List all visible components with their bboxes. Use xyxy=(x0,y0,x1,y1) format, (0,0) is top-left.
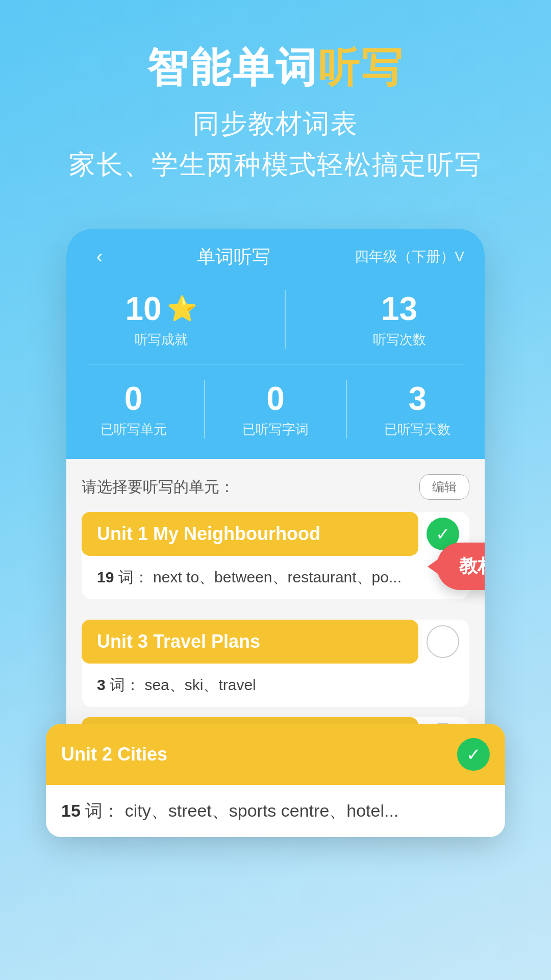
unit2-header: Unit 2 Cities ✓ xyxy=(46,724,505,785)
unit1-word-count: 19 xyxy=(97,569,114,585)
unit-item-1[interactable]: 教材同步词表 Unit 1 My Neighbourhood ✓ 19 词： n… xyxy=(82,512,469,599)
unit3-check-empty[interactable] xyxy=(427,625,459,658)
unit1-header-row: Unit 1 My Neighbourhood ✓ xyxy=(82,512,469,556)
unit3-words-list: sea、ski、travel xyxy=(144,676,256,693)
subtitle-line2: 同步教材词表 xyxy=(69,106,482,142)
phone-grade-label: 四年级（下册）V xyxy=(355,247,464,266)
words-stat: 0 已听写字词 xyxy=(242,380,309,438)
unit3-title-pill: Unit 3 Travel Plans xyxy=(82,620,418,664)
unit1-name: Unit 1 My Neighbourhood xyxy=(97,523,320,544)
unit1-words-label: 词： xyxy=(118,569,149,585)
unit1-words-list: next to、between、restaurant、po... xyxy=(153,569,402,585)
select-header-row: 请选择要听写的单元： 编辑 xyxy=(82,474,469,500)
spacer xyxy=(82,609,469,620)
unit2-words-list: city、street、sports centre、hotel... xyxy=(125,801,399,820)
title-main-text: 智能单词 xyxy=(147,41,318,96)
unit3-words-label: 词： xyxy=(110,676,140,693)
units-stat: 0 已听写单元 xyxy=(101,380,167,438)
days-number: 3 xyxy=(409,380,427,418)
phone-card: ‹ 单词听写 四年级（下册）V 10 ⭐ 听写成就 xyxy=(66,229,485,804)
stats-header: 10 ⭐ 听写成就 13 听写次数 0 已听写单元 xyxy=(66,280,485,459)
score-stat: 10 ⭐ 听写成就 xyxy=(125,290,197,349)
unit-item-3[interactable]: Unit 3 Travel Plans 3 词： sea、ski、travel xyxy=(82,620,469,707)
phone-mockup: ‹ 单词听写 四年级（下册）V 10 ⭐ 听写成就 xyxy=(66,229,485,804)
unit3-header-row: Unit 3 Travel Plans xyxy=(82,620,469,664)
words-label: 已听写字词 xyxy=(242,421,309,438)
select-label: 请选择要听写的单元： xyxy=(82,477,235,498)
stats-divider-2 xyxy=(204,380,205,438)
score-star-icon: ⭐ xyxy=(167,295,197,323)
stats-divider-3 xyxy=(346,380,347,438)
back-button[interactable]: ‹ xyxy=(87,244,112,270)
score-value-row: 10 ⭐ xyxy=(125,290,197,328)
phone-screen-title: 单词听写 xyxy=(197,244,270,270)
tooltip-bubble: 教材同步词表 xyxy=(437,543,485,590)
unit2-expanded-card[interactable]: Unit 2 Cities ✓ 15 词： city、street、sports… xyxy=(46,724,505,837)
main-page: 智能单词 听写 同步教材词表 家长、学生两种模式轻松搞定听写 ‹ 单词听写 四年… xyxy=(0,0,551,980)
back-icon: ‹ xyxy=(96,246,103,267)
header-section: 智能单词 听写 同步教材词表 家长、学生两种模式轻松搞定听写 xyxy=(69,41,482,183)
tooltip-text: 教材同步词表 xyxy=(459,555,485,576)
edit-button[interactable]: 编辑 xyxy=(419,474,469,500)
stats-top-row: 10 ⭐ 听写成就 13 听写次数 xyxy=(87,290,464,349)
unit3-words: 3 词： sea、ski、travel xyxy=(82,664,469,707)
words-number: 0 xyxy=(266,380,285,418)
unit1-title-pill: Unit 1 My Neighbourhood xyxy=(82,512,418,556)
subtitle-line3: 家长、学生两种模式轻松搞定听写 xyxy=(69,147,482,183)
score-number: 10 xyxy=(125,290,161,328)
stats-vertical-divider xyxy=(285,290,286,349)
times-stat: 13 听写次数 xyxy=(373,290,426,349)
unit2-name: Unit 2 Cities xyxy=(61,744,167,765)
unit2-check-icon[interactable]: ✓ xyxy=(457,738,490,771)
times-label: 听写次数 xyxy=(373,331,426,349)
unit2-word-count: 15 xyxy=(61,801,81,820)
times-number: 13 xyxy=(381,290,417,328)
units-label: 已听写单元 xyxy=(101,421,167,438)
phone-topbar: ‹ 单词听写 四年级（下册）V xyxy=(66,229,485,280)
score-label: 听写成就 xyxy=(135,331,188,349)
stats-bottom-row: 0 已听写单元 0 已听写字词 3 已听写天数 xyxy=(87,364,464,438)
unit2-words-label: 词： xyxy=(85,801,120,820)
days-label: 已听写天数 xyxy=(384,421,450,438)
main-title-line1: 智能单词 听写 xyxy=(69,41,482,96)
unit3-word-count: 3 xyxy=(97,676,106,693)
title-highlight-text: 听写 xyxy=(318,41,404,96)
unit3-name: Unit 3 Travel Plans xyxy=(97,631,260,652)
unit2-words-row: 15 词： city、street、sports centre、hotel... xyxy=(46,785,505,837)
days-stat: 3 已听写天数 xyxy=(384,380,450,438)
units-number: 0 xyxy=(124,380,143,418)
unit1-words: 19 词： next to、between、restaurant、po... xyxy=(82,556,469,599)
